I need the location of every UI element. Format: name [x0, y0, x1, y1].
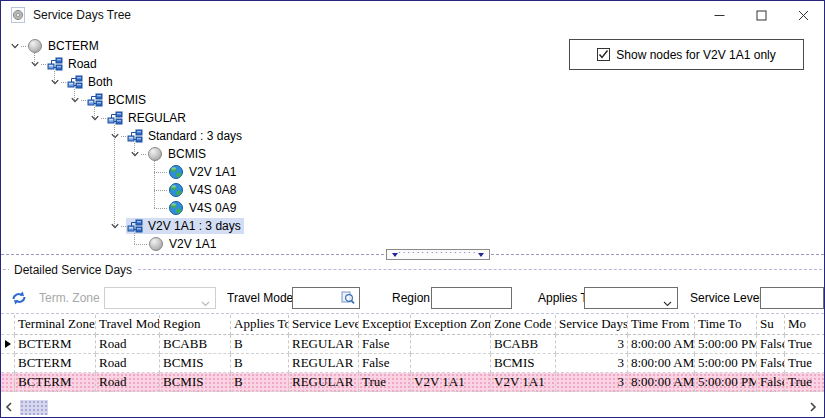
grid-column-header[interactable]: Exception — [359, 315, 411, 335]
grid-row[interactable]: BCTERMRoadBCMISBREGULARTrueV2V 1A1V2V 1A… — [1, 373, 825, 392]
minimize-button[interactable] — [698, 1, 740, 29]
tree-node[interactable]: BCMIS — [69, 91, 149, 109]
region-input[interactable] — [432, 288, 511, 308]
lookup-button[interactable] — [339, 290, 357, 306]
tree-expander[interactable] — [109, 130, 121, 142]
grid-cell[interactable] — [411, 354, 491, 373]
grid-cell[interactable]: False — [757, 354, 785, 373]
tree-expander[interactable] — [89, 112, 101, 124]
grid-cell[interactable]: BCMIS — [160, 354, 231, 373]
applies-to-combobox[interactable] — [584, 287, 678, 309]
tree-expander[interactable] — [9, 40, 21, 52]
grid-cell[interactable]: V2V 1A1 — [491, 373, 556, 392]
grid-column-header[interactable]: Time From — [628, 315, 695, 335]
scroll-left-button[interactable] — [1, 401, 17, 415]
tree-expander[interactable] — [29, 58, 41, 70]
service-level-field[interactable] — [760, 287, 824, 309]
grid-cell[interactable]: BCMIS — [491, 354, 556, 373]
grid-column-header[interactable]: Su — [757, 315, 785, 335]
grid-column-header[interactable]: Exception Zone — [411, 315, 491, 335]
grid-column-header[interactable]: Applies To — [231, 315, 289, 335]
tree-node[interactable]: Standard : 3 days — [109, 127, 245, 145]
grid-column-header[interactable]: Mo — [785, 315, 825, 335]
horizontal-scrollbar[interactable] — [1, 398, 824, 417]
grid-cell[interactable]: True — [359, 373, 411, 392]
tree-node[interactable]: V2V 1A1 — [129, 235, 219, 253]
grid-cell[interactable]: BCABB — [160, 335, 231, 354]
grid-column-header[interactable]: Service Level — [289, 315, 359, 335]
grid-cell[interactable]: B — [231, 354, 289, 373]
refresh-button[interactable] — [8, 288, 30, 308]
grid-cell[interactable]: 8:00:00 AM — [628, 335, 695, 354]
splitter-collapse-button[interactable]: ····················· — [386, 249, 490, 260]
tree-node-label: V2V 1A1 : 3 days — [148, 219, 241, 233]
show-nodes-checkbox[interactable] — [597, 48, 610, 61]
grid-cell[interactable]: False — [359, 335, 411, 354]
tree-node[interactable]: V2V 1A1 — [149, 163, 239, 181]
maximize-button[interactable] — [740, 1, 782, 29]
chevron-down-icon[interactable] — [663, 294, 672, 303]
grid-column-header[interactable]: Terminal Zone — [15, 315, 96, 335]
maximize-icon — [756, 10, 767, 21]
tree-expander[interactable] — [69, 94, 81, 106]
grid-cell[interactable]: False — [757, 335, 785, 354]
tree-expander[interactable] — [49, 76, 61, 88]
close-icon — [798, 10, 809, 21]
grid-cell[interactable]: B — [231, 335, 289, 354]
grid-cell[interactable]: REGULAR — [289, 354, 359, 373]
travel-mode-lookup-field[interactable] — [292, 287, 360, 309]
grid-cell[interactable]: 3 — [556, 354, 628, 373]
tree-node[interactable]: V4S 0A9 — [149, 199, 239, 217]
grid-cell[interactable]: BCTERM — [15, 354, 96, 373]
grid-cell[interactable]: BCTERM — [15, 335, 96, 354]
grid-cell[interactable]: True — [785, 335, 825, 354]
grid-cell[interactable]: Road — [96, 335, 160, 354]
grid-cell[interactable]: 3 — [556, 335, 628, 354]
grid-cell[interactable]: 8:00:00 AM — [628, 373, 695, 392]
grid-column-header[interactable]: Time To — [695, 315, 757, 335]
grid-cell[interactable] — [411, 335, 491, 354]
grid-cell[interactable]: 5:00:00 PM — [695, 354, 757, 373]
scroll-right-button[interactable] — [805, 401, 821, 415]
scrollbar-thumb[interactable] — [20, 400, 48, 415]
grid-cell[interactable]: Road — [96, 354, 160, 373]
tree-node[interactable]: BCMIS — [129, 145, 209, 163]
expander-chevron-icon — [70, 95, 80, 105]
grid-cell[interactable]: BCABB — [491, 335, 556, 354]
grid-cell[interactable]: False — [757, 373, 785, 392]
grid-column-header[interactable]: Travel Mode — [96, 315, 160, 335]
grid-cell[interactable]: 3 — [556, 373, 628, 392]
grid-cell[interactable]: REGULAR — [289, 335, 359, 354]
tree-node[interactable]: REGULAR — [89, 109, 189, 127]
grid-cell[interactable]: 5:00:00 PM — [695, 335, 757, 354]
grid-row[interactable]: BCTERMRoadBCABBBREGULARFalseBCABB38:00:0… — [1, 335, 825, 354]
grid-column-header[interactable]: Service Days — [556, 315, 628, 335]
grid-cell[interactable]: False — [359, 354, 411, 373]
tree-expander[interactable] — [129, 148, 141, 160]
region-field[interactable] — [431, 287, 512, 309]
grid-cell[interactable]: True — [785, 373, 825, 392]
tree-node[interactable]: V2V 1A1 : 3 days — [109, 217, 244, 235]
grid-cell[interactable]: 8:00:00 AM — [628, 354, 695, 373]
grid-column-header[interactable]: Zone Code — [491, 315, 556, 335]
tree-node[interactable]: Both — [49, 73, 116, 91]
tree-node[interactable]: V4S 0A8 — [149, 181, 239, 199]
horizontal-splitter[interactable]: ····················· — [1, 254, 824, 255]
grid-cell[interactable]: 5:00:00 PM — [695, 373, 757, 392]
grid-cell[interactable]: REGULAR — [289, 373, 359, 392]
tree-node-label: BCMIS — [168, 147, 206, 161]
close-button[interactable] — [782, 1, 824, 29]
grid-cell[interactable]: B — [231, 373, 289, 392]
grid-row[interactable]: BCTERMRoadBCMISBREGULARFalseBCMIS38:00:0… — [1, 354, 825, 373]
grid-column-header[interactable]: Region — [160, 315, 231, 335]
tree-node[interactable]: BCTERM — [9, 37, 102, 55]
grid-cell[interactable]: BCMIS — [160, 373, 231, 392]
tree-node[interactable]: Road — [29, 55, 100, 73]
grid-cell[interactable]: Road — [96, 373, 160, 392]
show-nodes-checkbox-row[interactable]: Show nodes for V2V 1A1 only — [597, 48, 775, 62]
grid-cell[interactable]: V2V 1A1 — [411, 373, 491, 392]
service-level-input[interactable] — [761, 288, 823, 308]
tree-expander[interactable] — [109, 220, 121, 232]
grid-cell[interactable]: BCTERM — [15, 373, 96, 392]
grid-cell[interactable]: True — [785, 354, 825, 373]
